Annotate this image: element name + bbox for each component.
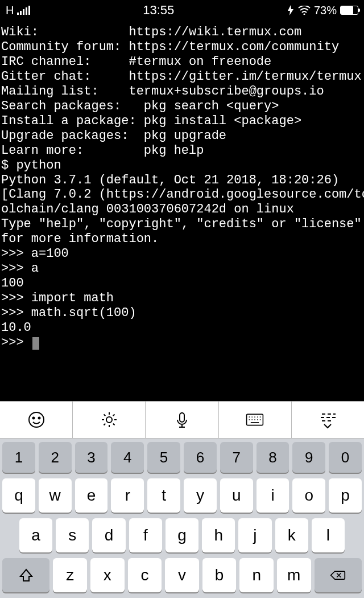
- terminal-line: for more information.: [1, 232, 363, 247]
- wifi-icon: [298, 6, 311, 15]
- key-5[interactable]: 5: [147, 442, 180, 473]
- key-p[interactable]: p: [329, 478, 362, 513]
- terminal-line: [Clang 7.0.2 (https://android.googlesour…: [1, 187, 363, 202]
- status-bar: H 13:55 73%: [0, 0, 364, 21]
- terminal-line: >>> a=100: [1, 247, 363, 261]
- key-4[interactable]: 4: [111, 442, 144, 473]
- terminal-line: 10.0: [1, 321, 363, 335]
- key-b[interactable]: b: [202, 558, 237, 592]
- svg-point-0: [303, 14, 305, 15]
- collapse-keyboard-button[interactable]: [292, 402, 364, 438]
- key-g[interactable]: g: [166, 518, 198, 552]
- key-o[interactable]: o: [292, 478, 325, 513]
- key-x[interactable]: x: [90, 558, 125, 592]
- terminal-output[interactable]: Wiki: https://wiki.termux.comCommunity f…: [0, 21, 364, 401]
- charging-icon: [287, 5, 295, 15]
- settings-button[interactable]: [73, 402, 146, 438]
- key-t[interactable]: t: [147, 478, 180, 513]
- svg-rect-5: [180, 413, 184, 422]
- terminal-line: >>>: [1, 335, 363, 350]
- terminal-line: $ python: [1, 158, 363, 173]
- key-6[interactable]: 6: [184, 442, 217, 473]
- carrier-label: H: [6, 4, 14, 17]
- voice-input-button[interactable]: [146, 402, 218, 438]
- clock: 13:55: [143, 3, 174, 18]
- terminal-line: >>> math.sqrt(100): [1, 306, 363, 321]
- battery-icon: [340, 6, 358, 15]
- svg-point-1: [29, 412, 44, 427]
- key-0[interactable]: 0: [329, 442, 362, 473]
- key-e[interactable]: e: [75, 478, 108, 513]
- key-q[interactable]: q: [2, 478, 35, 513]
- key-i[interactable]: i: [257, 478, 289, 513]
- key-j[interactable]: j: [238, 518, 271, 552]
- status-right: 73%: [287, 4, 358, 17]
- svg-point-4: [106, 417, 112, 423]
- battery-percent: 73%: [314, 4, 337, 17]
- terminal-line: olchain/clang 003100370607242d on linux: [1, 202, 363, 217]
- terminal-line: Upgrade packages: pkg upgrade: [1, 129, 363, 144]
- terminal-line: Mailing list: termux+subscribe@groups.io: [1, 84, 363, 99]
- key-2[interactable]: 2: [39, 442, 72, 473]
- terminal-line: Search packages: pkg search <query>: [1, 99, 363, 114]
- svg-point-2: [32, 417, 34, 419]
- key-u[interactable]: u: [220, 478, 253, 513]
- svg-point-3: [38, 417, 40, 419]
- status-left: H: [6, 4, 30, 17]
- key-d[interactable]: d: [92, 518, 125, 552]
- signal-icon: [17, 6, 30, 15]
- key-1[interactable]: 1: [2, 442, 35, 473]
- key-z[interactable]: z: [53, 558, 87, 592]
- terminal-line: Wiki: https://wiki.termux.com: [1, 25, 363, 40]
- backspace-key[interactable]: [315, 558, 362, 592]
- shift-key[interactable]: [2, 558, 49, 592]
- key-c[interactable]: c: [128, 558, 162, 592]
- key-w[interactable]: w: [39, 478, 72, 513]
- key-y[interactable]: y: [184, 478, 217, 513]
- key-7[interactable]: 7: [220, 442, 253, 473]
- emoji-button[interactable]: [0, 402, 73, 438]
- terminal-line: Learn more: pkg help: [1, 144, 363, 158]
- keyboard-switch-button[interactable]: [219, 402, 292, 438]
- terminal-line: 100: [1, 276, 363, 291]
- key-v[interactable]: v: [165, 558, 199, 592]
- key-f[interactable]: f: [129, 518, 162, 552]
- keyboard-toolbar: [0, 401, 364, 439]
- terminal-line: Python 3.7.1 (default, Oct 21 2018, 18:2…: [1, 173, 363, 188]
- cursor: [32, 337, 39, 350]
- terminal-line: Type "help", "copyright", "credits" or "…: [1, 217, 363, 232]
- key-8[interactable]: 8: [257, 442, 289, 473]
- terminal-line: Community forum: https://termux.com/comm…: [1, 40, 363, 55]
- key-h[interactable]: h: [202, 518, 235, 552]
- key-n[interactable]: n: [239, 558, 274, 592]
- terminal-line: Gitter chat: https://gitter.im/termux/te…: [1, 69, 363, 84]
- key-a[interactable]: a: [19, 518, 52, 552]
- terminal-line: >>> a: [1, 261, 363, 276]
- terminal-line: IRC channel: #termux on freenode: [1, 55, 363, 69]
- key-s[interactable]: s: [56, 518, 89, 552]
- key-3[interactable]: 3: [75, 442, 108, 473]
- key-l[interactable]: l: [312, 518, 345, 552]
- key-m[interactable]: m: [277, 558, 311, 592]
- key-9[interactable]: 9: [292, 442, 325, 473]
- key-k[interactable]: k: [275, 518, 308, 552]
- soft-keyboard: 1234567890 qwertyuiop asdfghjkl zxcvbnm: [0, 439, 364, 598]
- terminal-line: >>> import math: [1, 291, 363, 306]
- key-r[interactable]: r: [111, 478, 144, 513]
- terminal-line: Install a package: pkg install <package>: [1, 114, 363, 129]
